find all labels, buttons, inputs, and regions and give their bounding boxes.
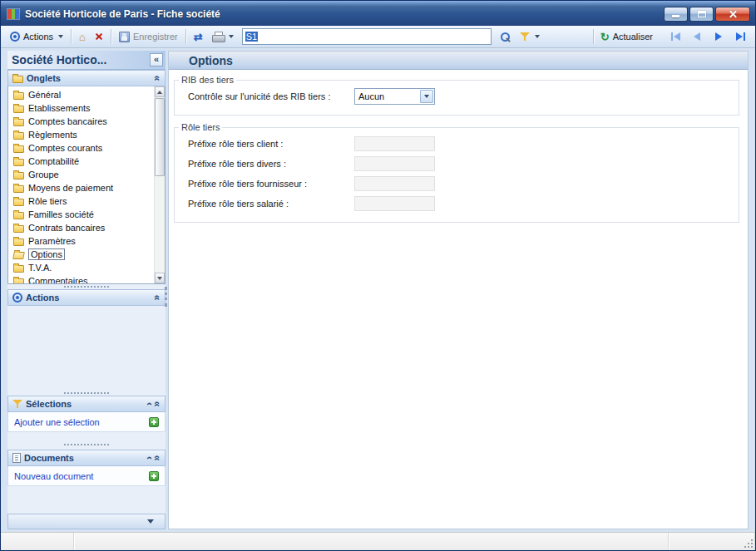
collapse-section-icon[interactable] <box>154 455 162 461</box>
section-header-documents[interactable]: Documents <box>7 450 166 466</box>
tree-item[interactable]: Etablissements <box>13 101 151 115</box>
add-icon[interactable] <box>149 471 159 481</box>
next-record-button[interactable] <box>709 28 729 45</box>
section-header-selections[interactable]: Sélections <box>7 396 166 412</box>
search-button[interactable] <box>496 27 515 46</box>
scroll-down-button[interactable] <box>155 273 165 283</box>
tree-item[interactable]: Comptabilité <box>13 155 151 168</box>
chevron-down-icon <box>58 35 63 38</box>
folder-icon <box>13 92 24 100</box>
sidebar-panel-header: Société Hortico... <box>7 51 166 70</box>
tree-item-label: T.V.A. <box>28 263 52 273</box>
tree-item[interactable]: Comptes bancaires <box>13 115 151 128</box>
tree-item[interactable]: Familles société <box>13 208 151 221</box>
search-input[interactable]: S1 <box>242 28 492 45</box>
prefix-role-fournisseur-field[interactable] <box>354 176 435 191</box>
combo-dropdown-button[interactable] <box>420 90 433 103</box>
tree-item-label: Options <box>28 248 65 260</box>
home-button[interactable]: ⌂ <box>75 27 90 46</box>
status-bar <box>1 532 755 550</box>
field-label: Préfixe rôle tiers client : <box>188 139 354 149</box>
dotted-separator <box>64 444 109 445</box>
page-content: RIB des tiers Contrôle sur l'unicité des… <box>169 70 748 529</box>
prefix-role-salarie-field[interactable] <box>354 196 435 211</box>
chevron-down-icon <box>229 35 234 38</box>
form-row: Préfixe rôle tiers fournisseur : <box>175 174 739 194</box>
scroll-up-button[interactable] <box>155 86 165 97</box>
tree-item[interactable]: Commentaires <box>13 274 151 284</box>
home-icon: ⌂ <box>79 32 86 42</box>
prefix-role-divers-field[interactable] <box>354 156 435 171</box>
add-selection-row: Ajouter une sélection <box>7 412 166 432</box>
previous-record-button[interactable] <box>687 28 707 45</box>
tree-item[interactable]: Règlements <box>13 128 151 141</box>
toolbar-separator <box>593 29 594 44</box>
close-button[interactable] <box>715 7 750 22</box>
refresh-button[interactable]: ⇄ <box>190 27 207 46</box>
group-role-tiers: Rôle tiers Préfixe rôle tiers client : P… <box>174 122 739 223</box>
maximize-button[interactable] <box>689 7 714 22</box>
selected-value: Aucun <box>358 91 384 101</box>
delete-button[interactable] <box>91 27 107 46</box>
folder-icon <box>13 199 24 206</box>
splitter-handle[interactable] <box>165 287 167 307</box>
print-button[interactable] <box>208 27 238 46</box>
tree-item[interactable]: Rôle tiers <box>13 194 151 208</box>
tree-item-label: Rôle tiers <box>28 196 67 206</box>
actions-menu-button[interactable]: Actions <box>6 27 67 46</box>
first-record-button[interactable] <box>665 28 685 45</box>
tree-item-label: Comptes courants <box>28 143 102 153</box>
form-row: Préfixe rôle tiers divers : <box>175 154 739 174</box>
save-icon <box>119 32 130 42</box>
tree-item-label: Etablissements <box>28 103 91 113</box>
document-icon <box>12 453 21 463</box>
collapse-section-icon[interactable] <box>154 76 162 81</box>
actualiser-button[interactable]: ↻ Actualiser <box>596 27 657 46</box>
tree-item-selected[interactable]: Options <box>13 248 151 261</box>
last-record-button[interactable] <box>730 28 750 45</box>
folder-icon <box>13 132 24 140</box>
save-button[interactable]: Enregistrer <box>115 27 182 46</box>
sidebar: Société Hortico... Onglets Général Etabl… <box>7 51 166 529</box>
folder-icon <box>13 225 24 233</box>
field-label: Préfixe rôle tiers fournisseur : <box>188 179 354 189</box>
section-header-onglets[interactable]: Onglets <box>7 70 166 86</box>
rib-unicity-select[interactable]: Aucun <box>354 88 435 105</box>
dotted-separator <box>64 286 109 288</box>
collapse-section-icon[interactable] <box>154 401 162 407</box>
tree-item[interactable]: Contrats bancaires <box>13 221 151 234</box>
tree-item[interactable]: Moyens de paiement <box>13 181 151 194</box>
group-title: RIB des tiers <box>179 75 236 85</box>
toolbar-separator <box>185 29 186 44</box>
tree-scrollbar[interactable] <box>154 86 165 283</box>
resize-grip[interactable] <box>743 538 755 550</box>
new-document-link[interactable]: Nouveau document <box>14 471 149 481</box>
tree-item-label: Contrats bancaires <box>28 223 105 233</box>
toolbar-separator <box>71 29 72 44</box>
filter-button[interactable] <box>516 27 544 46</box>
folder-icon <box>13 106 24 113</box>
collapse-section-icon[interactable] <box>154 295 162 301</box>
tree-item[interactable]: Comptes courants <box>13 141 151 155</box>
tree-item[interactable]: Groupe <box>13 168 151 181</box>
tree-item[interactable]: T.V.A. <box>13 261 151 274</box>
sidebar-panel-title: Société Hortico... <box>12 53 150 66</box>
actions-menu-label: Actions <box>23 32 53 42</box>
tree-item-label: Général <box>28 90 61 100</box>
scrollbar-thumb[interactable] <box>155 98 165 176</box>
tree-item[interactable]: Général <box>13 88 151 101</box>
triangle-down-icon <box>147 519 154 524</box>
tree-item-label: Commentaires <box>28 276 88 284</box>
section-header-actions[interactable]: Actions <box>7 289 166 306</box>
sidebar-collapse-strip[interactable] <box>7 514 166 529</box>
add-icon[interactable] <box>149 417 159 427</box>
prefix-role-client-field[interactable] <box>354 136 435 151</box>
collapse-panel-button[interactable] <box>150 53 163 66</box>
refresh-icon: ⇄ <box>194 32 203 42</box>
save-label: Enregistrer <box>133 32 178 42</box>
chevron-down-icon <box>535 35 540 38</box>
add-selection-link[interactable]: Ajouter une sélection <box>14 417 149 427</box>
toolbar-separator <box>111 29 111 44</box>
tree-item[interactable]: Paramètres <box>13 234 151 248</box>
minimize-button[interactable] <box>664 7 688 22</box>
